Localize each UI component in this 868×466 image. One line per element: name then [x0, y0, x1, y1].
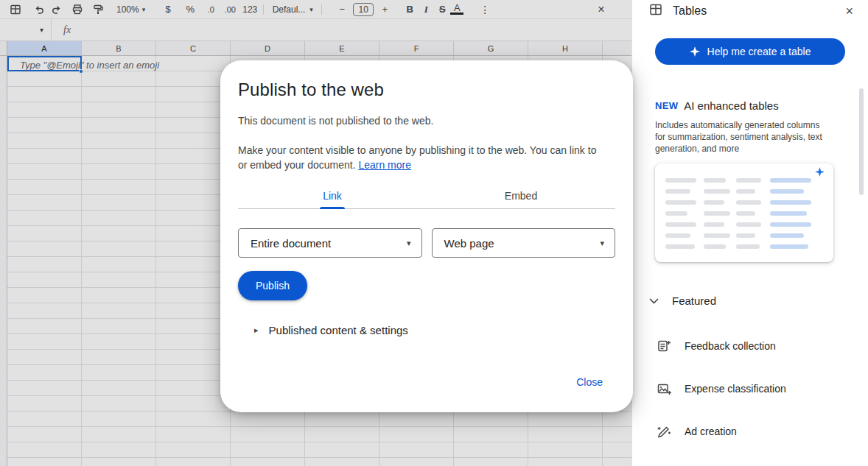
sidebar-item-feedback-collection[interactable]: Feedback collection — [632, 325, 868, 367]
featured-label: Featured — [672, 294, 716, 307]
tab-embed[interactable]: Embed — [427, 183, 615, 208]
illustration-bar — [704, 178, 726, 183]
illustration-bar — [736, 233, 755, 238]
sidebar-scrollbar[interactable] — [859, 88, 864, 195]
tab-embed-label: Embed — [505, 190, 537, 202]
dialog-close-button[interactable]: Close — [576, 376, 603, 388]
illustration-bar — [736, 178, 761, 183]
illustration-bar — [736, 244, 760, 249]
ai-tables-description: Includes automatically generated columns… — [655, 119, 830, 155]
illustration-bar — [665, 178, 696, 183]
new-badge: NEW — [655, 100, 678, 111]
illustration-bar — [665, 189, 690, 194]
format-select[interactable]: Web page ▾ — [432, 228, 616, 258]
illustration-bar — [770, 233, 804, 238]
publish-status-text: This document is not published to the we… — [238, 115, 615, 127]
illustration-bar — [704, 211, 730, 216]
illustration-bar — [736, 222, 761, 227]
illustration-bar — [704, 233, 730, 238]
help-me-create-table-label: Help me create a table — [707, 46, 811, 57]
featured-section-toggle[interactable]: Featured — [649, 294, 868, 307]
illustration-bar — [704, 244, 726, 249]
ai-tables-heading: NEW AI enhanced tables — [655, 99, 868, 112]
illustration-bar — [770, 200, 811, 205]
chevron-down-icon — [649, 298, 659, 304]
help-me-create-table-button[interactable]: Help me create a table — [655, 38, 845, 65]
sparkle-icon — [690, 46, 700, 57]
published-content-settings-toggle[interactable]: ▸ Published content & settings — [238, 324, 615, 336]
tables-sidebar: Tables × Help me create a table NEW AI e… — [631, 0, 868, 466]
publish-description-text: Make your content visible to anyone by p… — [238, 144, 596, 171]
expense-classification-icon — [657, 381, 671, 396]
scope-select-value: Entire document — [251, 237, 331, 250]
illustration-bar — [665, 211, 687, 216]
feedback-collection-icon — [657, 339, 671, 353]
ad-creation-icon — [657, 424, 671, 439]
publish-options-row: Entire document ▾ Web page ▾ — [238, 228, 615, 258]
illustration-bar — [665, 244, 695, 249]
illustration-bar — [770, 211, 807, 216]
sidebar-title: Tables — [673, 4, 707, 18]
illustration-bar — [736, 189, 755, 194]
illustration-bar — [770, 178, 811, 183]
tables-icon — [649, 3, 662, 19]
ai-tables-title: AI enhanced tables — [684, 99, 778, 112]
sidebar-item-ad-creation[interactable]: Ad creation — [632, 410, 868, 453]
expand-right-icon: ▸ — [254, 325, 259, 335]
illustration-bar — [770, 244, 808, 249]
illustration-bar — [770, 222, 811, 227]
published-content-settings-label: Published content & settings — [269, 324, 408, 336]
sidebar-close-icon[interactable]: × — [845, 4, 853, 19]
illustration-bar — [736, 211, 755, 216]
sidebar-item-label: Feedback collection — [685, 340, 776, 352]
sparkle-icon — [815, 167, 825, 177]
illustration-bar — [736, 200, 761, 205]
sidebar-item-label: Ad creation — [685, 426, 737, 437]
format-select-value: Web page — [444, 237, 494, 250]
sidebar-item-label: Expense classification — [685, 383, 786, 395]
ai-tables-illustration — [655, 163, 833, 262]
illustration-bar — [665, 222, 696, 227]
active-tab-indicator — [320, 207, 345, 209]
learn-more-link[interactable]: Learn more — [358, 159, 411, 171]
illustration-bar — [665, 233, 690, 238]
publish-button[interactable]: Publish — [238, 271, 307, 300]
tab-link-label: Link — [323, 190, 342, 202]
tab-link[interactable]: Link — [238, 183, 427, 208]
caret-down-icon: ▾ — [600, 239, 604, 248]
sidebar-header: Tables × — [632, 0, 868, 22]
scope-select[interactable]: Entire document ▾ — [238, 228, 422, 258]
featured-items: Feedback collection Expense classificati… — [632, 325, 868, 453]
sidebar-item-expense-classification[interactable]: Expense classification — [632, 367, 868, 410]
publish-description: Make your content visible to anyone by p… — [238, 143, 608, 172]
caret-down-icon: ▾ — [407, 239, 411, 248]
dialog-title: Publish to the web — [238, 80, 615, 100]
illustration-bar — [704, 200, 724, 205]
illustration-bar — [704, 222, 724, 227]
illustration-bar — [704, 189, 730, 194]
illustration-bar — [665, 200, 696, 205]
publish-dialog: Publish to the web This document is not … — [220, 60, 633, 412]
illustration-bar — [770, 189, 804, 194]
publish-tabs: Link Embed — [238, 183, 615, 209]
